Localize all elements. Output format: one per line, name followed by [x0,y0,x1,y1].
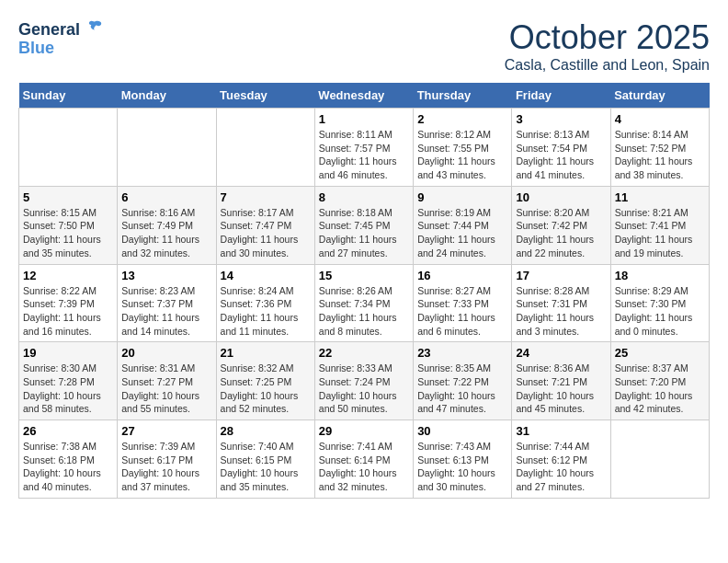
day-info: Sunrise: 8:15 AM Sunset: 7:50 PM Dayligh… [23,206,113,260]
calendar-cell: 29Sunrise: 7:41 AM Sunset: 6:14 PM Dayli… [314,420,413,499]
logo-bird-icon [86,18,103,35]
calendar-cell: 27Sunrise: 7:39 AM Sunset: 6:17 PM Dayli… [118,420,216,499]
day-info: Sunrise: 8:36 AM Sunset: 7:21 PM Dayligh… [516,362,606,416]
calendar-cell [118,109,216,187]
day-number: 7 [221,190,311,204]
calendar-cell: 19Sunrise: 8:30 AM Sunset: 7:28 PM Dayli… [19,342,118,420]
day-info: Sunrise: 8:31 AM Sunset: 7:27 PM Dayligh… [121,362,211,416]
day-number: 15 [319,269,409,282]
day-number: 17 [516,269,606,282]
calendar-cell: 3Sunrise: 8:13 AM Sunset: 7:54 PM Daylig… [512,109,610,187]
day-number: 25 [615,346,705,360]
day-info: Sunrise: 7:44 AM Sunset: 6:12 PM Dayligh… [516,440,606,494]
day-number: 2 [417,112,507,126]
day-info: Sunrise: 8:33 AM Sunset: 7:24 PM Dayligh… [319,362,409,416]
month-title: October 2025 [505,18,710,57]
day-info: Sunrise: 8:23 AM Sunset: 7:37 PM Dayligh… [121,284,211,339]
calendar-week-3: 12Sunrise: 8:22 AM Sunset: 7:39 PM Dayli… [19,264,710,342]
calendar-cell: 31Sunrise: 7:44 AM Sunset: 6:12 PM Dayli… [512,420,610,499]
day-number: 8 [319,190,409,204]
day-number: 27 [121,424,211,438]
calendar-cell: 10Sunrise: 8:20 AM Sunset: 7:42 PM Dayli… [512,186,610,264]
column-header-thursday: Thursday [414,83,512,109]
calendar-cell: 14Sunrise: 8:24 AM Sunset: 7:36 PM Dayli… [216,264,314,342]
calendar-cell: 7Sunrise: 8:17 AM Sunset: 7:47 PM Daylig… [216,186,314,264]
calendar-cell: 9Sunrise: 8:19 AM Sunset: 7:44 PM Daylig… [414,186,512,264]
day-number: 12 [23,269,113,282]
calendar-week-4: 19Sunrise: 8:30 AM Sunset: 7:28 PM Dayli… [19,342,710,420]
calendar-cell: 18Sunrise: 8:29 AM Sunset: 7:30 PM Dayli… [610,264,709,342]
day-number: 22 [319,346,409,360]
day-number: 6 [121,190,211,204]
day-info: Sunrise: 8:12 AM Sunset: 7:55 PM Dayligh… [417,128,507,182]
day-info: Sunrise: 7:40 AM Sunset: 6:15 PM Dayligh… [221,440,311,494]
day-number: 28 [221,424,311,438]
column-header-wednesday: Wednesday [314,83,413,109]
day-info: Sunrise: 8:35 AM Sunset: 7:22 PM Dayligh… [417,362,507,416]
calendar-cell: 5Sunrise: 8:15 AM Sunset: 7:50 PM Daylig… [19,186,118,264]
day-info: Sunrise: 7:38 AM Sunset: 6:18 PM Dayligh… [23,440,113,494]
calendar-cell: 28Sunrise: 7:40 AM Sunset: 6:15 PM Dayli… [216,420,314,499]
calendar-cell: 2Sunrise: 8:12 AM Sunset: 7:55 PM Daylig… [414,109,512,187]
day-number: 16 [417,269,507,282]
day-info: Sunrise: 8:32 AM Sunset: 7:25 PM Dayligh… [221,362,311,416]
day-info: Sunrise: 8:30 AM Sunset: 7:28 PM Dayligh… [23,362,113,416]
day-number: 24 [516,346,606,360]
day-info: Sunrise: 8:26 AM Sunset: 7:34 PM Dayligh… [319,284,409,339]
day-number: 30 [417,424,507,438]
day-info: Sunrise: 8:14 AM Sunset: 7:52 PM Dayligh… [615,128,705,182]
day-info: Sunrise: 8:20 AM Sunset: 7:42 PM Dayligh… [516,206,606,260]
calendar-cell: 13Sunrise: 8:23 AM Sunset: 7:37 PM Dayli… [118,264,216,342]
day-number: 29 [319,424,409,438]
calendar-cell: 1Sunrise: 8:11 AM Sunset: 7:57 PM Daylig… [314,109,413,187]
day-info: Sunrise: 8:37 AM Sunset: 7:20 PM Dayligh… [615,362,705,416]
day-info: Sunrise: 8:24 AM Sunset: 7:36 PM Dayligh… [221,284,311,339]
calendar-week-2: 5Sunrise: 8:15 AM Sunset: 7:50 PM Daylig… [19,186,710,264]
logo-text-line1: General [18,18,103,40]
column-header-saturday: Saturday [610,83,709,109]
page-header: General Blue October 2025 Casla, Castill… [18,18,710,74]
day-number: 14 [221,269,311,282]
calendar-week-5: 26Sunrise: 7:38 AM Sunset: 6:18 PM Dayli… [19,420,710,499]
day-info: Sunrise: 8:18 AM Sunset: 7:45 PM Dayligh… [319,206,409,260]
day-number: 31 [516,424,606,438]
calendar-cell: 21Sunrise: 8:32 AM Sunset: 7:25 PM Dayli… [216,342,314,420]
day-number: 5 [23,190,113,204]
day-info: Sunrise: 8:28 AM Sunset: 7:31 PM Dayligh… [516,284,606,339]
day-number: 10 [516,190,606,204]
calendar-cell: 24Sunrise: 8:36 AM Sunset: 7:21 PM Dayli… [512,342,610,420]
calendar-cell [19,109,118,187]
calendar-cell [610,420,709,499]
day-info: Sunrise: 8:16 AM Sunset: 7:49 PM Dayligh… [121,206,211,260]
calendar-cell: 16Sunrise: 8:27 AM Sunset: 7:33 PM Dayli… [414,264,512,342]
day-number: 4 [615,112,705,126]
calendar-cell: 25Sunrise: 8:37 AM Sunset: 7:20 PM Dayli… [610,342,709,420]
day-info: Sunrise: 8:19 AM Sunset: 7:44 PM Dayligh… [417,206,507,260]
calendar-cell: 30Sunrise: 7:43 AM Sunset: 6:13 PM Dayli… [414,420,512,499]
calendar-cell: 11Sunrise: 8:21 AM Sunset: 7:41 PM Dayli… [610,186,709,264]
day-info: Sunrise: 8:11 AM Sunset: 7:57 PM Dayligh… [319,128,409,182]
calendar-cell: 8Sunrise: 8:18 AM Sunset: 7:45 PM Daylig… [314,186,413,264]
day-number: 9 [417,190,507,204]
day-number: 11 [615,190,705,204]
day-number: 1 [319,112,409,126]
logo: General Blue [18,18,103,58]
calendar-cell: 15Sunrise: 8:26 AM Sunset: 7:34 PM Dayli… [314,264,413,342]
column-header-friday: Friday [512,83,610,109]
day-info: Sunrise: 8:29 AM Sunset: 7:30 PM Dayligh… [615,284,705,339]
day-info: Sunrise: 8:22 AM Sunset: 7:39 PM Dayligh… [23,284,113,339]
day-info: Sunrise: 8:17 AM Sunset: 7:47 PM Dayligh… [221,206,311,260]
calendar-cell: 17Sunrise: 8:28 AM Sunset: 7:31 PM Dayli… [512,264,610,342]
day-number: 19 [23,346,113,360]
calendar-cell: 26Sunrise: 7:38 AM Sunset: 6:18 PM Dayli… [19,420,118,499]
day-number: 21 [221,346,311,360]
day-info: Sunrise: 7:41 AM Sunset: 6:14 PM Dayligh… [319,440,409,494]
calendar-table: SundayMondayTuesdayWednesdayThursdayFrid… [18,83,710,499]
column-header-tuesday: Tuesday [216,83,314,109]
title-block: October 2025 Casla, Castille and Leon, S… [505,18,710,74]
day-number: 23 [417,346,507,360]
day-info: Sunrise: 8:21 AM Sunset: 7:41 PM Dayligh… [615,206,705,260]
column-header-sunday: Sunday [19,83,118,109]
day-number: 3 [516,112,606,126]
day-number: 20 [121,346,211,360]
